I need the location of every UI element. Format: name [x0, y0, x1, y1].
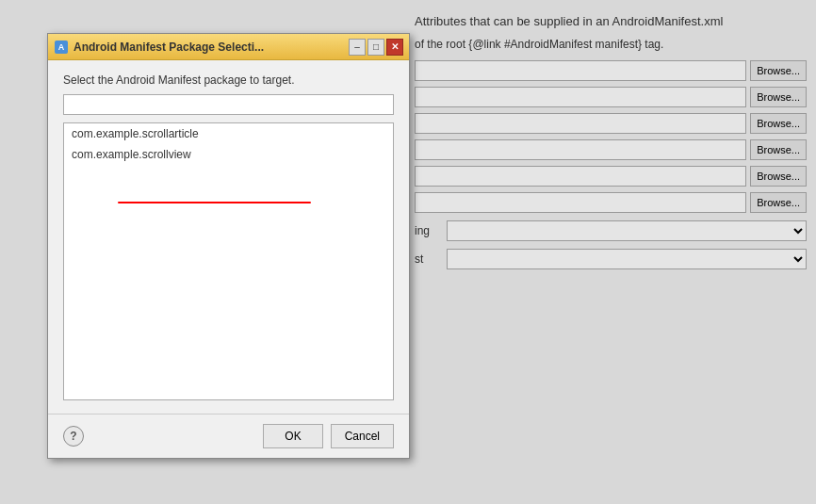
- package-search-input[interactable]: [63, 94, 394, 115]
- minimize-button[interactable]: –: [349, 39, 366, 56]
- package-list[interactable]: com.example.scrollarticle com.example.sc…: [63, 122, 394, 400]
- help-button[interactable]: ?: [63, 426, 84, 447]
- dialog-footer: ? OK Cancel: [48, 414, 409, 458]
- dialog-titlebar: A Android Manifest Package Selecti... – …: [48, 34, 409, 60]
- red-underline-annotation: [118, 202, 311, 203]
- dialog-icon-inner: A: [55, 41, 68, 54]
- dialog-title: Android Manifest Package Selecti...: [73, 41, 349, 54]
- restore-button[interactable]: □: [367, 39, 384, 56]
- android-manifest-dialog: A Android Manifest Package Selecti... – …: [47, 33, 410, 459]
- dialog-body: Select the Android Manifest package to t…: [48, 60, 409, 414]
- dialog-description: Select the Android Manifest package to t…: [63, 73, 394, 87]
- list-item-1[interactable]: com.example.scrollview: [64, 144, 393, 165]
- close-button[interactable]: ✕: [386, 39, 403, 56]
- dialog-icon: A: [54, 40, 69, 55]
- list-item-0[interactable]: com.example.scrollarticle: [64, 123, 393, 144]
- dialog-controls: – □ ✕: [349, 39, 403, 56]
- cancel-button[interactable]: Cancel: [331, 424, 394, 448]
- ok-button[interactable]: OK: [263, 424, 322, 448]
